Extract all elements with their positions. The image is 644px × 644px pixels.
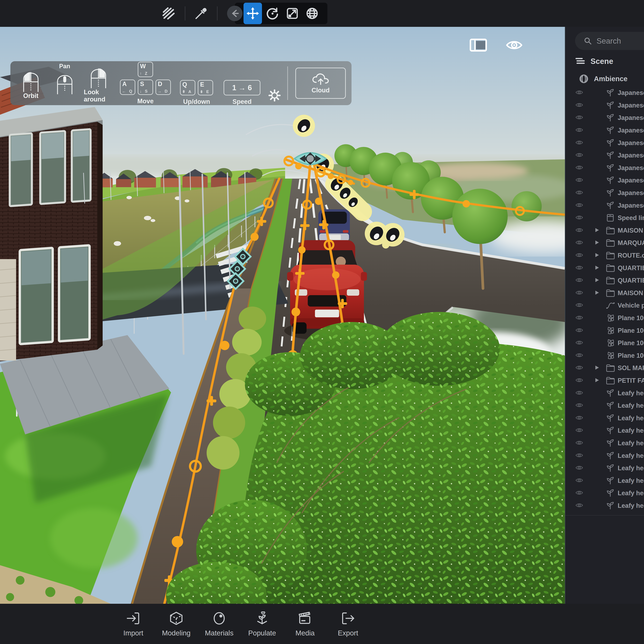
tree-row[interactable]: Plane 100 bbox=[565, 349, 644, 362]
tree-row[interactable]: Plane 100 bbox=[565, 312, 644, 324]
visibility-eye-icon[interactable] bbox=[575, 378, 583, 384]
search-input[interactable]: Search bbox=[575, 32, 644, 50]
visibility-eye-icon[interactable] bbox=[575, 490, 583, 496]
expand-chevron-icon[interactable] bbox=[595, 278, 599, 283]
tree-row[interactable]: Leafy hed bbox=[565, 399, 644, 412]
back-button[interactable] bbox=[227, 6, 243, 21]
tree-row[interactable]: Japanese bbox=[565, 112, 644, 124]
modeling-button[interactable]: Modeling bbox=[160, 604, 192, 644]
tree-row[interactable]: Japanese bbox=[565, 162, 644, 174]
visibility-eye-icon[interactable] bbox=[575, 127, 583, 133]
expand-chevron-icon[interactable] bbox=[595, 290, 599, 296]
visibility-eye-icon[interactable] bbox=[575, 427, 583, 434]
visibility-eye-icon[interactable] bbox=[575, 252, 583, 258]
tree-row[interactable]: Japanese bbox=[565, 149, 644, 162]
visibility-eye-icon[interactable] bbox=[575, 115, 583, 121]
visibility-eye-icon[interactable] bbox=[575, 90, 583, 96]
visibility-eye-icon[interactable] bbox=[575, 290, 583, 296]
visibility-eye-icon[interactable] bbox=[575, 190, 583, 196]
tree-row[interactable]: MARQUAG bbox=[565, 237, 644, 249]
tree-row[interactable]: Japanese bbox=[565, 137, 644, 149]
key-q: Q⇞ A bbox=[180, 80, 195, 95]
expand-chevron-icon[interactable] bbox=[595, 378, 599, 383]
tree-row[interactable]: Japanese bbox=[565, 87, 644, 99]
visibility-eye-icon[interactable] bbox=[575, 302, 583, 308]
tree-row[interactable]: Japanese bbox=[565, 99, 644, 112]
panel-layout-toggle-icon[interactable] bbox=[470, 39, 487, 52]
visibility-eye-icon[interactable] bbox=[575, 102, 583, 108]
visibility-eye-icon[interactable] bbox=[575, 202, 583, 208]
tree-row[interactable]: Leafy hed bbox=[565, 487, 644, 499]
materials-button[interactable]: Materials bbox=[203, 604, 235, 644]
tree-row[interactable]: Plane 100 bbox=[565, 324, 644, 337]
tree-row[interactable]: QUARTIER bbox=[565, 262, 644, 274]
visibility-eye-icon[interactable] bbox=[575, 265, 583, 271]
visibility-eye-icon[interactable] bbox=[575, 227, 583, 233]
tree-row[interactable]: Leafy hed bbox=[565, 449, 644, 462]
scale-tool-button[interactable] bbox=[283, 3, 302, 24]
tree-row[interactable]: MAISON - bbox=[565, 287, 644, 299]
viewport-3d[interactable]: Orbit Pan . Look around bbox=[0, 27, 565, 604]
visibility-eye-icon[interactable] bbox=[575, 277, 583, 283]
tree-row[interactable]: Japanese bbox=[565, 174, 644, 187]
tree-row[interactable]: Leafy hed bbox=[565, 412, 644, 424]
visibility-eye-icon[interactable] bbox=[575, 165, 583, 171]
tree-row[interactable]: Japanese bbox=[565, 124, 644, 137]
rotate-tool-button[interactable] bbox=[263, 3, 282, 24]
tree-row[interactable]: Plane 100 bbox=[565, 337, 644, 349]
tree-row[interactable]: Leafy hed bbox=[565, 437, 644, 449]
visibility-eye-icon[interactable] bbox=[575, 453, 583, 459]
import-button[interactable]: Import bbox=[117, 604, 149, 644]
expand-chevron-icon[interactable] bbox=[595, 253, 599, 258]
visibility-eye-icon[interactable] bbox=[575, 390, 583, 396]
tree-row[interactable]: Japanese bbox=[565, 187, 644, 199]
tree-row[interactable]: ROUTE.ob bbox=[565, 249, 644, 262]
media-button[interactable]: Media bbox=[289, 604, 321, 644]
visibility-eye-icon[interactable] bbox=[575, 415, 583, 421]
expand-chevron-icon[interactable] bbox=[595, 228, 599, 233]
expand-chevron-icon[interactable] bbox=[595, 365, 599, 371]
tree-row[interactable]: PETIT FAU bbox=[565, 374, 644, 387]
visibility-eye-icon[interactable] bbox=[575, 478, 583, 484]
layers-hatch-icon[interactable] bbox=[160, 5, 177, 22]
tree-row[interactable]: Leafy hed bbox=[565, 424, 644, 437]
tree-row[interactable]: SOL MAP bbox=[565, 362, 644, 374]
visibility-eye-icon[interactable] bbox=[575, 353, 583, 359]
tree-row[interactable]: Speed lim bbox=[565, 212, 644, 224]
visibility-eye-icon[interactable] bbox=[575, 140, 583, 146]
expand-chevron-icon[interactable] bbox=[595, 265, 599, 271]
tree-row[interactable]: QUARTIER bbox=[565, 274, 644, 287]
eye-view-icon[interactable] bbox=[505, 39, 523, 52]
visibility-eye-icon[interactable] bbox=[575, 215, 583, 221]
visibility-eye-icon[interactable] bbox=[575, 365, 583, 371]
visibility-eye-icon[interactable] bbox=[575, 240, 583, 246]
move-tool-button[interactable] bbox=[244, 3, 262, 24]
nav-settings-gear-icon[interactable] bbox=[269, 89, 281, 102]
scene-header[interactable]: Scene bbox=[575, 57, 613, 66]
visibility-eye-icon[interactable] bbox=[575, 503, 583, 509]
export-button[interactable]: Export bbox=[332, 604, 364, 644]
cloud-button[interactable]: Cloud bbox=[295, 68, 346, 99]
tree-item-label: Leafy hed bbox=[618, 439, 644, 447]
visibility-eye-icon[interactable] bbox=[575, 315, 583, 321]
tree-row[interactable]: Leafy hed bbox=[565, 499, 644, 512]
visibility-eye-icon[interactable] bbox=[575, 328, 583, 334]
visibility-eye-icon[interactable] bbox=[575, 177, 583, 183]
tree-row[interactable]: Leafy hed bbox=[565, 387, 644, 399]
populate-button[interactable]: Populate bbox=[246, 604, 278, 644]
tree-row[interactable]: Leafy hed bbox=[565, 462, 644, 474]
tree-row[interactable]: Leafy hed bbox=[565, 474, 644, 487]
ambience-item[interactable]: Ambience bbox=[579, 74, 628, 84]
tree-row[interactable]: MAISON G bbox=[565, 224, 644, 237]
tree-item-label: Leafy hed bbox=[618, 477, 644, 484]
expand-chevron-icon[interactable] bbox=[595, 240, 599, 246]
eyedropper-icon[interactable] bbox=[193, 5, 209, 22]
globe-icon[interactable] bbox=[303, 3, 321, 24]
visibility-eye-icon[interactable] bbox=[575, 465, 583, 471]
visibility-eye-icon[interactable] bbox=[575, 440, 583, 446]
visibility-eye-icon[interactable] bbox=[575, 403, 583, 409]
visibility-eye-icon[interactable] bbox=[575, 152, 583, 158]
tree-row[interactable]: Japanese bbox=[565, 199, 644, 212]
tree-row[interactable]: Vehicle pa bbox=[565, 299, 644, 312]
visibility-eye-icon[interactable] bbox=[575, 340, 583, 346]
